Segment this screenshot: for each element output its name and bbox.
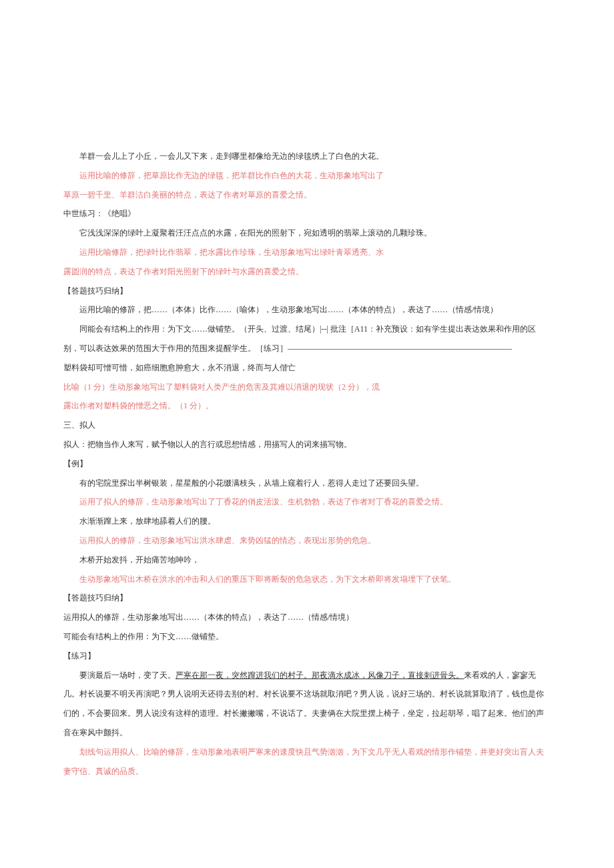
practice-story: 要演最后一场时，变了天。严寒在那一夜，突然蹿进我们的村子。那夜滴水成冰，风像刀子…: [63, 666, 551, 743]
heading-personification: 三、拟人: [63, 416, 551, 435]
technique-structure-2: 可能会有结构上的作用：为下文……做铺垫。: [63, 627, 551, 646]
technique-personification: 运用拟人的修辞，生动形象地写出……（本体的特点），表达了……（情感/情境）: [63, 608, 551, 627]
story-pre: 要演最后一场时，变了天。: [79, 671, 176, 680]
technique-simile: 运用比喻的修辞，把……（本体）比作……（喻体），生动形象地写出……（本体的特点）…: [63, 300, 551, 320]
example-sheep: 羊群一会儿上了小丘，一会儿又下来，走到哪里都像给无边的绿毯绣上了白色的大花。: [63, 147, 551, 166]
example-water: 水渐渐蹿上来，放肆地舔着人们的腰。: [63, 512, 551, 531]
section-mid-practice: 中世练习：《绝唱》: [63, 204, 551, 224]
analysis-bridge: 生动形象地写出木桥在洪水的冲击和人们的重压下即将断裂的危急状态，为下文木桥即将发…: [63, 570, 551, 589]
dash-line: ————————————————————————————: [288, 344, 512, 353]
heading-example: 【例】: [63, 454, 551, 474]
heading-techniques-1: 【答题技巧归纳】: [63, 282, 551, 301]
analysis-plastic-1: 比喻（1 分）生动形象地写出了塑料袋对人类产生的危害及其难以消退的现状（2 分）…: [63, 378, 551, 397]
example-leaf: 它浅浅深深的绿叶上凝聚着汪汪点点的水露，在阳光的照射下，宛如透明的翡翠上滚动的几…: [63, 224, 551, 243]
example-plastic: 塑料袋却可憎可惜，如癌细胞愈肿愈大，永不消退，终而与人偕亡: [63, 358, 551, 378]
analysis-leaf-1: 运用比喻修辞，把绿叶比作翡翠，把水露比作珍珠，生动形象地写出绿叶青翠透亮、水: [63, 243, 551, 262]
analysis-story: 划线句运用拟人、比喻的修辞，生动形象地表明严寒来的速度快且气势汹汹，为下文几乎无…: [63, 743, 551, 781]
example-flower: 有的宅院里探出半树银装，星星般的小花缀满枝头，从墙上窥着行人，惹得人走过了还要回…: [63, 474, 551, 493]
technique-structure: 同能会有结构上的作用：为下文……做铺垫。（开头、过渡、结尾）|--| 批注［A1…: [63, 320, 551, 358]
def-personification: 拟人：把物当作人来写，赋予物以人的言行或思想情感，用描写人的词来描写物。: [63, 435, 551, 454]
heading-techniques-2: 【答题技巧归纳】: [63, 588, 551, 608]
analysis-plastic-2: 露出作者对塑料袋的憎恶之情。（1 分）。: [63, 396, 551, 416]
analysis-flower: 运用了拟人的修辞，生动形象地写出了丁香花的俏皮活泼、生机勃勃，表达了作者对丁香花…: [63, 492, 551, 512]
analysis-leaf-2: 露圆润的特点，表达了作者对阳光照射下的绿叶与水露的喜爱之情。: [63, 262, 551, 282]
analysis-sheep-2: 草原一碧千里、羊群洁白美丽的特点，表达了作者对草原的喜爱之情。: [63, 185, 551, 205]
example-bridge: 木桥开始发抖，开始痛苦地呻吟，: [63, 550, 551, 570]
story-post: 来看戏的人，寥寥无几。村长说要不明天再演吧？男人说明天还得去别的村。村长说要不这…: [63, 671, 544, 737]
heading-practice: 【练习】: [63, 646, 551, 666]
analysis-water: 运用拟人的修辞，生动形象地写出洪水肆虐、来势凶猛的情态，表现出形势的危急。: [63, 531, 551, 550]
analysis-sheep-1: 运用比喻的修辞，把草原比作无边的绿毯，把羊群比作白色的大花，生动形象地写出了: [63, 166, 551, 185]
story-underline: 严寒在那一夜，突然蹿进我们的村子。那夜滴水成冰，风像刀子，直接刺进骨头。: [176, 671, 464, 680]
